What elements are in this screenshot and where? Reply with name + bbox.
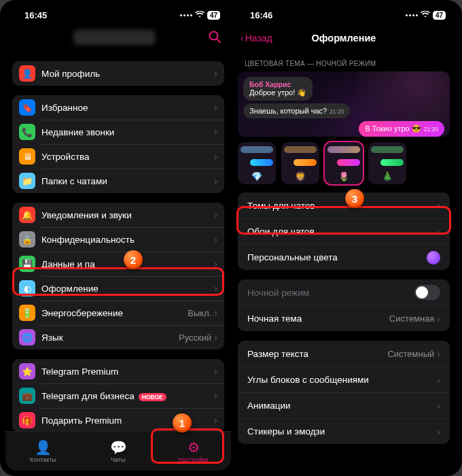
row-my-profile[interactable]: 👤 Мой профиль › [12,61,224,86]
chat-preview: Боб Харрис Доброе утро! 👋 Знаешь, которы… [238,71,450,137]
callout-2: 2 [124,250,143,269]
screen-settings: 16:45 47 👤 Мой профиль › [5,5,231,471]
battery-icon: 47 [433,11,446,20]
incoming-bubble: Знаешь, который час?21:20 [243,103,350,118]
theme-card[interactable]: 💎 [238,142,276,184]
chevron-right-icon: › [214,390,217,401]
chevron-right-icon: › [214,102,217,113]
row-folders[interactable]: 📁Папки с чатами› [12,169,224,193]
theme-cards: 💎 🦁 🌷 🎄 [231,137,457,192]
cellular-icon [406,14,418,16]
wifi-icon [195,10,205,20]
theme-card[interactable]: 🎄 [368,142,406,184]
chevron-right-icon: › [437,401,440,411]
settings-icon: ⚙ [188,440,200,455]
gift-icon: 🎁 [19,412,35,428]
screen-appearance: 16:46 47 ‹ Назад Оформление ЦВЕТОВАЯ ТЕМ… [231,5,457,471]
color-dot-icon [427,251,440,265]
search-icon[interactable] [208,30,221,47]
chevron-right-icon: › [214,283,217,294]
header: ‹ Назад Оформление [231,24,457,52]
row-premium[interactable]: ⭐Telegram Premium› [12,359,224,384]
row-wallpapers[interactable]: Обои для чатов› [238,218,450,244]
lock-icon: 🔒 [19,231,35,248]
row-privacy[interactable]: 🔒Конфиденциальность› [12,227,224,252]
chevron-right-icon: › [437,313,440,324]
battery-icon: 47 [207,11,220,20]
callout-3: 3 [345,189,364,208]
star-icon: ⭐ [19,363,35,379]
row-personal-colors[interactable]: Персональные цвета [238,244,450,270]
profile-icon: 👤 [19,65,35,82]
row-recent-calls[interactable]: 📞Недавние звонки› [12,120,224,144]
status-bar: 16:46 47 [231,5,457,24]
tab-chats[interactable]: 💬Чаты [81,432,156,471]
row-gift-premium[interactable]: 🎁Подарить Premium› [12,408,224,431]
row-night-mode[interactable]: Ночной режим [238,279,450,305]
chevron-right-icon: › [437,226,440,237]
contacts-icon: 👤 [35,440,52,455]
row-text-size[interactable]: Размер текстаСистемный› [238,341,450,367]
settings-scroll[interactable]: 👤 Мой профиль › 🔖Избранное› 📞Недавние зв… [5,52,231,431]
clock: 16:45 [24,10,47,20]
data-icon: 💾 [19,256,35,272]
outgoing-bubble: В Токио утро 😎21:20 [359,121,444,137]
row-stickers-emoji[interactable]: Стикеры и эмодзи› [238,418,450,444]
row-saved[interactable]: 🔖Избранное› [12,95,224,120]
tab-bar: 👤Контакты 💬Чаты ⚙Настройки [5,431,231,471]
battery-saving-icon: 🔋 [19,305,35,321]
chevron-right-icon: › [214,415,217,426]
globe-icon: 🌐 [19,329,35,345]
wifi-icon [421,10,430,20]
theme-card[interactable]: 🦁 [281,142,319,184]
callout-1: 1 [173,413,192,432]
back-button[interactable]: ‹ Назад [241,33,272,44]
tab-contacts[interactable]: 👤Контакты [5,432,81,471]
chevron-right-icon: › [214,151,217,162]
chevron-right-icon: › [214,68,217,79]
row-devices[interactable]: 🖥Устройства› [12,144,224,169]
row-appearance[interactable]: ◐Оформление› [12,276,224,301]
chevron-right-icon: › [214,126,217,137]
account-name-blurred [73,30,155,45]
incoming-bubble: Боб Харрис Доброе утро! 👋 [243,77,313,101]
chevron-right-icon: › [437,426,440,437]
section-label: ЦВЕТОВАЯ ТЕМА — НОЧНОЙ РЕЖИМ [231,52,457,71]
chevron-right-icon: › [214,209,217,220]
briefcase-icon: 💼 [19,388,35,404]
chevron-right-icon: › [214,175,217,186]
row-animations[interactable]: Анимации› [238,392,450,418]
chevron-right-icon: › [214,366,217,377]
chevron-right-icon: › [214,258,217,269]
tab-settings[interactable]: ⚙Настройки [156,432,231,471]
row-notifications[interactable]: 🔔Уведомления и звуки› [12,203,224,227]
appearance-icon: ◐ [19,280,35,296]
row-bubble-corners[interactable]: Углы блоков с сообщениями› [238,367,450,392]
cellular-icon [180,14,192,16]
theme-card-selected[interactable]: 🌷 [325,142,363,184]
chevron-right-icon: › [214,332,217,343]
phone-icon: 📞 [19,124,35,140]
svg-line-1 [217,39,220,42]
folder-icon: 📁 [19,173,35,189]
row-night-theme[interactable]: Ночная темаСистемная› [238,305,450,331]
bookmark-icon: 🔖 [19,99,35,116]
chevron-right-icon: › [437,375,440,386]
devices-icon: 🖥 [19,148,35,165]
bell-icon: 🔔 [19,207,35,223]
chevron-right-icon: › [214,234,217,245]
night-mode-switch[interactable] [414,285,440,300]
row-power-saving[interactable]: 🔋ЭнергосбережениеВыкл.› [12,301,224,325]
clock: 16:46 [250,10,272,20]
row-language[interactable]: 🌐ЯзыкРусский› [12,325,224,350]
new-badge: НОВОЕ [139,393,166,401]
chats-icon: 💬 [110,440,127,455]
chevron-right-icon: › [214,307,217,318]
row-chat-themes[interactable]: Темы для чатов› [238,192,450,218]
row-data-storage[interactable]: 💾Данные и па› [12,252,224,276]
status-bar: 16:45 47 [5,5,231,24]
chevron-right-icon: › [437,200,440,211]
chevron-right-icon: › [437,348,440,359]
row-business[interactable]: 💼Telegram для бизнесаНОВОЕ› [12,384,224,408]
